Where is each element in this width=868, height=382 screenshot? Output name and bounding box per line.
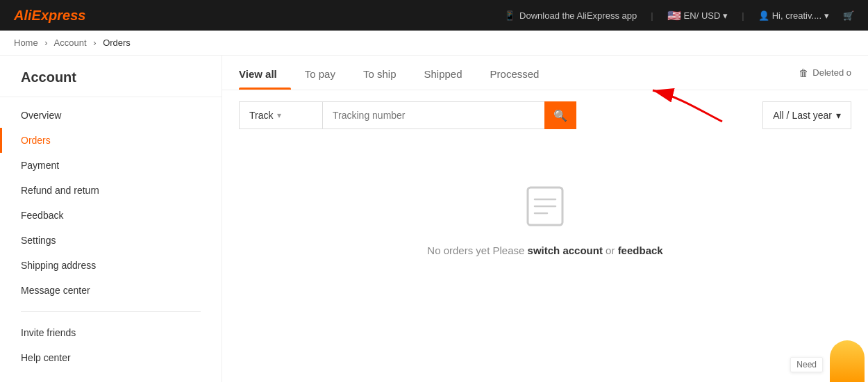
flag-icon: 🇺🇸 — [667, 9, 681, 22]
download-app-link[interactable]: 📱 Download the AliExpress app — [504, 10, 637, 21]
sidebar-item-refund[interactable]: Refund and return — [0, 178, 222, 203]
main-layout: Account Overview Orders Payment Refund a… — [0, 56, 868, 382]
divider: | — [651, 10, 653, 21]
track-label: Track — [249, 110, 273, 121]
breadcrumb: Home › Account › Orders — [0, 31, 868, 56]
empty-prefix: No orders yet Please — [427, 244, 527, 256]
sidebar-item-messages[interactable]: Message center — [0, 278, 222, 303]
order-tabs: View all To pay To ship Shipped Processe… — [222, 56, 868, 90]
sidebar-item-feedback[interactable]: Feedback — [0, 203, 222, 228]
sidebar-title: Account — [0, 69, 222, 97]
breadcrumb-current: Orders — [103, 38, 131, 48]
tab-processed[interactable]: Processed — [476, 56, 553, 90]
tab-to-pay[interactable]: To pay — [291, 56, 349, 90]
chevron-down-icon3: ▾ — [277, 110, 281, 120]
cart-icon[interactable]: 🛒 — [843, 10, 854, 21]
switch-account-link[interactable]: switch account — [528, 244, 603, 256]
sidebar-item-help[interactable]: Help center — [0, 345, 222, 370]
divider2: | — [742, 10, 744, 21]
trash-icon: 🗑 — [799, 67, 808, 78]
sidebar: Account Overview Orders Payment Refund a… — [0, 56, 222, 382]
sidebar-item-orders[interactable]: Orders — [0, 128, 222, 153]
header-right: 📱 Download the AliExpress app | 🇺🇸 EN/ U… — [504, 9, 854, 22]
sidebar-item-overview[interactable]: Overview — [0, 103, 222, 128]
logo: AliExpress — [14, 8, 85, 24]
deleted-label: Deleted o — [812, 67, 851, 78]
user-menu[interactable]: 👤 Hi, creativ.... ▾ — [758, 10, 829, 21]
sidebar-item-shipping[interactable]: Shipping address — [0, 253, 222, 278]
breadcrumb-home[interactable]: Home — [14, 38, 38, 48]
username-label: Hi, creativ.... — [772, 10, 821, 21]
filter-left: Track ▾ 🔍 — [239, 101, 576, 129]
sidebar-divider — [21, 311, 201, 312]
user-icon: 👤 — [758, 10, 769, 21]
date-filter-dropdown[interactable]: All / Last year ▾ — [762, 101, 851, 129]
empty-connector: or — [603, 244, 618, 256]
tab-to-ship[interactable]: To ship — [349, 56, 410, 90]
phone-icon: 📱 — [504, 10, 515, 21]
breadcrumb-account[interactable]: Account — [54, 38, 87, 48]
feedback-link[interactable]: feedback — [618, 244, 663, 256]
sidebar-item-invite[interactable]: Invite friends — [0, 320, 222, 345]
search-button[interactable]: 🔍 — [544, 101, 576, 129]
sidebar-item-payment[interactable]: Payment — [0, 153, 222, 178]
tracking-number-input[interactable] — [322, 101, 544, 129]
tab-shipped[interactable]: Shipped — [410, 56, 476, 90]
empty-message: No orders yet Please switch account or f… — [427, 244, 662, 256]
need-help-label[interactable]: Need — [790, 357, 823, 372]
filter-right: All / Last year ▾ — [762, 101, 851, 129]
track-dropdown[interactable]: Track ▾ — [239, 101, 322, 129]
chevron-down-icon: ▾ — [723, 10, 728, 21]
empty-orders-icon — [521, 182, 569, 231]
date-filter-label: All / Last year — [773, 110, 832, 121]
filter-bar: Track ▾ 🔍 — [222, 90, 868, 140]
tabs-right-action[interactable]: 🗑 Deleted o — [799, 67, 851, 78]
content-area: View all To pay To ship Shipped Processe… — [222, 56, 868, 382]
header: AliExpress 📱 Download the AliExpress app… — [0, 0, 868, 31]
empty-state: No orders yet Please switch account or f… — [222, 140, 868, 284]
tab-view-all[interactable]: View all — [239, 56, 291, 90]
download-label: Download the AliExpress app — [519, 10, 637, 21]
search-icon: 🔍 — [553, 109, 567, 122]
sidebar-item-settings[interactable]: Settings — [0, 228, 222, 253]
breadcrumb-sep1: › — [44, 38, 47, 48]
chevron-down-icon4: ▾ — [836, 110, 841, 121]
chevron-down-icon2: ▾ — [824, 10, 829, 21]
breadcrumb-sep2: › — [93, 38, 96, 48]
language-label: EN/ USD — [684, 10, 721, 21]
language-selector[interactable]: 🇺🇸 EN/ USD ▾ — [667, 9, 728, 22]
